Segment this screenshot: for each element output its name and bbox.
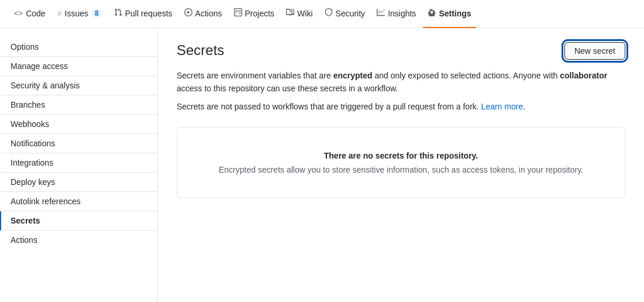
sidebar-label-deploy-keys: Deploy keys (11, 177, 55, 187)
sidebar-label-webhooks: Webhooks (11, 119, 49, 129)
top-nav: <> Code ○ Issues 8 Pull requests Actions… (0, 0, 644, 28)
sidebar-label-manage-access: Manage access (11, 61, 68, 71)
nav-label-code: Code (26, 9, 45, 18)
empty-title: There are no secrets for this repository… (191, 151, 611, 160)
sidebar-item-integrations[interactable]: Integrations (0, 153, 157, 173)
sidebar-label-actions: Actions (11, 235, 37, 245)
nav-item-code[interactable]: <> Code (9, 0, 50, 28)
page-layout: Options Manage access Security & analysi… (0, 28, 644, 302)
nav-label-settings: Settings (439, 9, 471, 18)
wiki-icon (286, 8, 294, 18)
nav-item-actions[interactable]: Actions (180, 0, 227, 28)
learn-more-link[interactable]: Learn more (481, 102, 524, 111)
issues-icon: ○ (57, 9, 62, 18)
sidebar: Options Manage access Security & analysi… (0, 28, 158, 302)
sidebar-label-integrations: Integrations (11, 158, 53, 167)
sidebar-label-secrets: Secrets (11, 216, 40, 225)
empty-desc: Encrypted secrets allow you to store sen… (191, 165, 611, 174)
nav-item-projects[interactable]: Projects (229, 0, 280, 28)
nav-item-settings[interactable]: Settings (423, 0, 476, 28)
nav-label-actions: Actions (195, 9, 222, 18)
nav-label-wiki: Wiki (297, 9, 312, 18)
pull-request-icon (114, 8, 122, 18)
sidebar-item-actions[interactable]: Actions (0, 231, 157, 249)
nav-label-pull-requests: Pull requests (125, 9, 173, 18)
page-header: Secrets New secret (177, 42, 625, 60)
insights-icon (377, 8, 385, 18)
page-title: Secrets (177, 42, 224, 59)
description-line1: Secrets are environment variables that a… (177, 69, 625, 95)
nav-label-insights: Insights (388, 9, 416, 18)
nav-item-issues[interactable]: ○ Issues 8 (53, 0, 107, 28)
nav-item-wiki[interactable]: Wiki (281, 0, 317, 28)
sidebar-item-options[interactable]: Options (0, 37, 157, 57)
issues-badge: 8 (91, 9, 102, 18)
sidebar-item-security-analysis[interactable]: Security & analysis (0, 76, 157, 95)
main-content: Secrets New secret Secrets are environme… (158, 28, 644, 302)
sidebar-item-autolink-references[interactable]: Autolink references (0, 192, 157, 211)
nav-label-security: Security (336, 9, 366, 18)
sidebar-item-secrets[interactable]: Secrets (0, 211, 157, 231)
sidebar-item-webhooks[interactable]: Webhooks (0, 115, 157, 134)
actions-icon (184, 8, 192, 18)
sidebar-label-notifications: Notifications (11, 139, 55, 148)
sidebar-item-branches[interactable]: Branches (0, 95, 157, 115)
sidebar-label-branches: Branches (11, 100, 45, 109)
nav-label-issues: Issues (65, 9, 88, 18)
nav-item-security[interactable]: Security (320, 0, 370, 28)
nav-label-projects: Projects (245, 9, 275, 18)
sidebar-item-deploy-keys[interactable]: Deploy keys (0, 173, 157, 192)
security-icon (325, 8, 333, 18)
nav-item-insights[interactable]: Insights (372, 0, 421, 28)
sidebar-item-notifications[interactable]: Notifications (0, 134, 157, 153)
sidebar-label-autolink-references: Autolink references (11, 197, 81, 206)
description-line2: Secrets are not passed to workflows that… (177, 100, 625, 113)
bold-encrypted: encrypted (333, 71, 373, 80)
nav-item-pull-requests[interactable]: Pull requests (109, 0, 177, 28)
new-secret-button[interactable]: New secret (564, 42, 625, 60)
sidebar-label-security-analysis: Security & analysis (11, 81, 80, 90)
code-icon: <> (14, 9, 23, 18)
sidebar-label-options: Options (11, 42, 39, 52)
projects-icon (234, 8, 242, 18)
settings-icon (428, 8, 436, 18)
empty-state-box: There are no secrets for this repository… (177, 127, 625, 198)
sidebar-item-manage-access[interactable]: Manage access (0, 57, 157, 76)
bold-collaborator: collaborator (560, 71, 607, 80)
